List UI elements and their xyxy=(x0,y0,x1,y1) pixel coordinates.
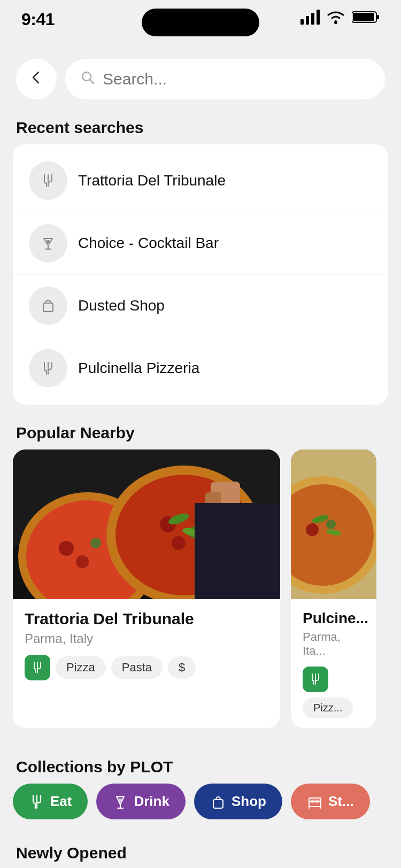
bed-icon xyxy=(307,794,323,810)
place-card-partial[interactable]: Pulcine... Parma, Ita... Pizz... xyxy=(291,449,376,728)
svg-point-15 xyxy=(59,541,74,556)
tag-price: $ xyxy=(168,656,196,679)
collection-drink-label: Drink xyxy=(134,793,169,810)
recent-searches-label: Recent searches xyxy=(0,110,401,144)
svg-rect-2 xyxy=(311,13,314,25)
popular-nearby-section: Popular Nearby xyxy=(0,415,401,739)
category-badge xyxy=(25,655,50,680)
collections-label: Collections by PLOT xyxy=(0,749,401,784)
signal-icon xyxy=(300,10,320,27)
svg-rect-10 xyxy=(43,303,53,312)
dynamic-island xyxy=(142,9,259,36)
recent-item-name: Choice - Cocktail Bar xyxy=(78,235,219,252)
place-tags: Pizza Pasta $ xyxy=(25,655,268,680)
place-tags-partial: Pizz... xyxy=(303,666,365,718)
svg-point-32 xyxy=(306,523,319,536)
place-image-visual xyxy=(13,449,280,599)
collection-eat-label: Eat xyxy=(50,793,72,810)
recent-item-name: Trattoria Del Tribunale xyxy=(78,172,226,189)
tag-pizza: Pizza xyxy=(56,656,106,679)
svg-point-17 xyxy=(76,555,89,568)
wine-glass-icon xyxy=(112,794,128,810)
collection-stay-label: St... xyxy=(328,793,354,810)
svg-point-33 xyxy=(326,520,336,529)
tag-pasta: Pasta xyxy=(111,656,163,679)
place-card[interactable]: Trattoria Del Tribunale Parma, Italy Piz… xyxy=(13,449,280,728)
shopping-bag-icon xyxy=(210,794,226,810)
svg-rect-37 xyxy=(213,800,223,808)
svg-point-36 xyxy=(119,799,122,802)
place-location-partial: Parma, Ita... xyxy=(303,630,365,658)
collections-section: Collections by PLOT Eat Drink xyxy=(0,749,401,825)
place-info-partial: Pulcine... Parma, Ita... Pizz... xyxy=(291,599,376,728)
wifi-icon xyxy=(326,10,345,27)
place-image xyxy=(13,449,280,599)
recent-item-icon xyxy=(29,224,67,262)
status-icons xyxy=(300,10,380,27)
newly-opened-label: Newly Opened xyxy=(0,835,401,868)
collection-eat-button[interactable]: Eat xyxy=(13,784,88,819)
svg-rect-28 xyxy=(195,503,280,599)
svg-point-9 xyxy=(47,240,50,243)
tag-pizz: Pizz... xyxy=(303,698,353,718)
recent-item-name: Dusted Shop xyxy=(78,297,165,314)
list-item[interactable]: Pulcinella Pizzeria xyxy=(13,337,388,399)
place-name-partial: Pulcine... xyxy=(303,610,365,627)
list-item[interactable]: Dusted Shop xyxy=(13,275,388,337)
fork-knife-icon xyxy=(29,794,45,810)
collection-drink-button[interactable]: Drink xyxy=(96,784,185,819)
svg-point-22 xyxy=(172,536,186,550)
svg-point-4 xyxy=(334,21,337,24)
list-item[interactable]: Trattoria Del Tribunale xyxy=(13,150,388,212)
status-bar: 9:41 xyxy=(0,0,401,48)
collections-scroll: Eat Drink Shop xyxy=(0,784,401,825)
back-button[interactable] xyxy=(16,59,57,99)
svg-rect-7 xyxy=(353,13,374,21)
svg-rect-38 xyxy=(309,801,321,807)
svg-point-16 xyxy=(90,538,101,548)
svg-rect-1 xyxy=(306,16,309,25)
category-badge-partial xyxy=(303,666,328,692)
search-input-container[interactable] xyxy=(65,59,385,99)
recent-item-icon xyxy=(29,349,67,387)
svg-rect-0 xyxy=(300,19,304,25)
recent-searches-card: Trattoria Del Tribunale Choice - Cocktai… xyxy=(13,144,388,405)
collection-shop-button[interactable]: Shop xyxy=(194,784,282,819)
svg-rect-40 xyxy=(315,800,319,803)
place-info: Trattoria Del Tribunale Parma, Italy Piz… xyxy=(13,599,280,690)
recent-item-icon xyxy=(29,286,67,325)
list-item[interactable]: Choice - Cocktail Bar xyxy=(13,212,388,275)
svg-rect-6 xyxy=(376,15,379,19)
svg-rect-3 xyxy=(317,10,320,25)
search-area xyxy=(0,48,401,110)
place-image-partial xyxy=(291,449,376,599)
popular-nearby-scroll[interactable]: Trattoria Del Tribunale Parma, Italy Piz… xyxy=(0,449,401,739)
newly-opened-section: Newly Opened xyxy=(0,835,401,868)
search-icon xyxy=(80,70,95,89)
place-name: Trattoria Del Tribunale xyxy=(25,610,268,628)
recent-item-icon xyxy=(29,161,67,200)
partial-image-visual xyxy=(291,449,376,599)
status-time: 9:41 xyxy=(21,10,55,29)
search-input[interactable] xyxy=(103,70,370,88)
popular-nearby-label: Popular Nearby xyxy=(0,415,401,449)
recent-item-name: Pulcinella Pizzeria xyxy=(78,360,199,377)
collection-stay-button[interactable]: St... xyxy=(291,784,370,819)
svg-rect-39 xyxy=(311,800,314,803)
back-arrow-icon xyxy=(29,70,44,89)
battery-icon xyxy=(352,10,380,26)
place-location: Parma, Italy xyxy=(25,631,268,646)
collection-shop-label: Shop xyxy=(232,793,266,810)
